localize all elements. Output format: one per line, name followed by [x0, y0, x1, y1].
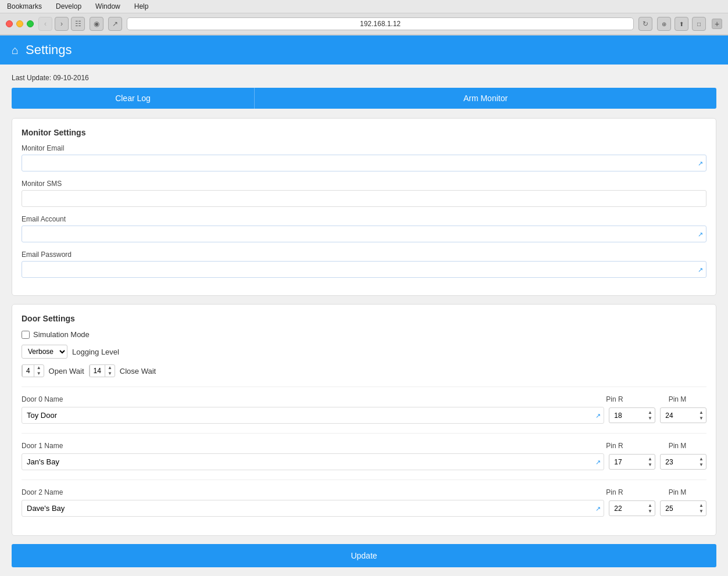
door1-name-label: Door 1 Name — [22, 442, 581, 450]
email-account-input[interactable] — [22, 226, 706, 242]
door1-pin-r-decrement[interactable]: ▼ — [648, 462, 652, 468]
door0-pin-m-value: 24 — [663, 412, 676, 420]
door0-pin-m-increment[interactable]: ▲ — [699, 410, 704, 416]
app-header: ⌂ Settings — [0, 35, 728, 65]
menu-window[interactable]: Window — [93, 1, 123, 12]
forward-button[interactable]: › — [55, 17, 69, 31]
door2-section: Door 2 Name Pin R Pin M ↗ 22 ▲ ▼ 25 — [22, 480, 706, 517]
refresh-button[interactable]: ↻ — [638, 17, 652, 31]
door1-expand-icon[interactable]: ↗ — [595, 458, 601, 466]
logging-level-select[interactable]: Verbose Info Warning Error — [22, 345, 67, 359]
email-password-wrap: ↗ — [22, 261, 706, 278]
door0-pin-r-decrement[interactable]: ▼ — [648, 416, 652, 421]
door2-pin-r-stepper-buttons: ▲ ▼ — [648, 503, 652, 514]
door2-pin-r-decrement[interactable]: ▼ — [648, 509, 652, 514]
minimize-window-button[interactable] — [16, 20, 23, 27]
door0-pin-m-decrement[interactable]: ▼ — [699, 416, 704, 421]
door0-name-input[interactable] — [22, 407, 604, 424]
door2-expand-icon[interactable]: ↗ — [595, 505, 601, 512]
close-wait-stepper: 14 ▲ ▼ — [89, 364, 115, 377]
door1-pin-m-stepper-buttons: ▲ ▼ — [699, 456, 704, 467]
menu-develop[interactable]: Develop — [53, 1, 84, 12]
close-window-button[interactable] — [6, 20, 13, 27]
tabs-button[interactable]: □ — [692, 17, 706, 31]
door0-pin-r-value: 18 — [612, 412, 624, 420]
browser-chrome: Bookmarks Develop Window Help ‹ › ☷ ◉ ↗ … — [0, 0, 728, 35]
home-icon[interactable]: ⌂ — [12, 44, 19, 57]
open-wait-stepper: 4 ▲ ▼ — [22, 364, 44, 377]
monitor-sms-input[interactable] — [22, 190, 706, 207]
door1-name-input[interactable] — [22, 453, 604, 470]
close-wait-increment[interactable]: ▲ — [105, 365, 115, 371]
door0-pin-m-label: Pin M — [648, 395, 706, 403]
app-content: Last Update: 09-10-2016 Clear Log Arm Mo… — [0, 65, 728, 576]
arm-monitor-button[interactable]: Arm Monitor — [254, 88, 716, 109]
share-button[interactable]: ⬆ — [675, 17, 688, 31]
door1-pin-r-label: Pin R — [586, 442, 644, 450]
door-settings-title: Door Settings — [22, 314, 706, 323]
logging-level-label: Logging Level — [72, 348, 119, 356]
door0-pin-r-stepper: 18 ▲ ▼ — [609, 407, 655, 423]
monitor-sms-group: Monitor SMS — [22, 180, 706, 207]
shield-button[interactable]: ◉ — [90, 17, 104, 31]
door0-pin-m-stepper-buttons: ▲ ▼ — [699, 410, 704, 421]
extensions-button[interactable]: ⊕ — [657, 17, 671, 31]
maximize-window-button[interactable] — [27, 20, 34, 27]
url-bar[interactable]: 192.168.1.12 — [127, 17, 634, 30]
door0-pin-r-increment[interactable]: ▲ — [648, 410, 652, 416]
update-button[interactable]: Update — [12, 544, 716, 567]
monitor-settings-title: Monitor Settings — [22, 128, 706, 137]
last-update-text: Last Update: 09-10-2016 — [12, 74, 716, 82]
door2-pin-r-increment[interactable]: ▲ — [648, 503, 652, 509]
door1-pin-r-stepper-buttons: ▲ ▼ — [648, 456, 652, 467]
bookmark-button[interactable]: ↗ — [108, 17, 122, 31]
door1-pin-m-value: 23 — [663, 458, 676, 466]
browser-actions: ⊕ ⬆ □ + — [657, 17, 722, 31]
open-wait-stepper-buttons: ▲ ▼ — [34, 365, 44, 377]
open-wait-decrement[interactable]: ▼ — [34, 371, 44, 377]
monitor-email-label: Monitor Email — [22, 144, 706, 152]
menu-help[interactable]: Help — [132, 1, 151, 12]
update-button-row: Update — [12, 544, 716, 567]
door0-pin-m-stepper: 24 ▲ ▼ — [660, 407, 706, 423]
door0-pin-r-label: Pin R — [586, 395, 644, 403]
simulation-mode-row: Simulation Mode — [22, 330, 706, 339]
door1-section: Door 1 Name Pin R Pin M ↗ 17 ▲ ▼ 23 — [22, 433, 706, 470]
monitor-email-input[interactable] — [22, 155, 706, 171]
door0-name-input-wrap: ↗ — [22, 407, 604, 424]
door2-pin-m-increment[interactable]: ▲ — [699, 503, 704, 509]
door1-pin-m-decrement[interactable]: ▼ — [699, 462, 704, 468]
door2-input-row: ↗ 22 ▲ ▼ 25 ▲ ▼ — [22, 500, 706, 517]
door2-pin-m-decrement[interactable]: ▼ — [699, 509, 704, 514]
open-wait-increment[interactable]: ▲ — [34, 365, 44, 371]
door2-name-input[interactable] — [22, 500, 604, 517]
simulation-mode-label: Simulation Mode — [33, 330, 90, 339]
reader-mode-button[interactable]: ☷ — [71, 17, 85, 31]
email-account-expand-icon[interactable]: ↗ — [698, 230, 703, 238]
add-tab-button[interactable]: + — [712, 19, 722, 29]
door1-pin-r-increment[interactable]: ▲ — [648, 456, 652, 462]
open-wait-value: 4 — [22, 365, 34, 377]
email-password-input[interactable] — [22, 261, 706, 278]
monitor-sms-label: Monitor SMS — [22, 180, 706, 188]
close-wait-stepper-buttons: ▲ ▼ — [105, 365, 115, 377]
action-buttons-row: Clear Log Arm Monitor — [12, 88, 716, 109]
monitor-email-expand-icon[interactable]: ↗ — [698, 159, 703, 167]
simulation-mode-checkbox[interactable] — [22, 331, 30, 339]
email-password-label: Email Password — [22, 251, 706, 259]
door2-pin-r-stepper: 22 ▲ ▼ — [609, 500, 655, 516]
door2-pin-m-label: Pin M — [648, 488, 706, 496]
door1-pin-m-increment[interactable]: ▲ — [699, 456, 704, 462]
close-wait-decrement[interactable]: ▼ — [105, 371, 115, 377]
door1-input-row: ↗ 17 ▲ ▼ 23 ▲ ▼ — [22, 453, 706, 470]
door2-pin-r-label: Pin R — [586, 488, 644, 496]
email-password-expand-icon[interactable]: ↗ — [698, 266, 703, 273]
browser-nav: ‹ › ☷ — [38, 17, 85, 31]
back-button[interactable]: ‹ — [38, 17, 52, 31]
door0-expand-icon[interactable]: ↗ — [595, 412, 601, 419]
clear-log-button[interactable]: Clear Log — [12, 88, 254, 109]
monitor-email-group: Monitor Email ↗ — [22, 144, 706, 171]
door1-pin-r-stepper: 17 ▲ ▼ — [609, 454, 655, 470]
menu-bookmarks[interactable]: Bookmarks — [5, 1, 44, 12]
logging-level-row: Verbose Info Warning Error Logging Level — [22, 345, 706, 359]
